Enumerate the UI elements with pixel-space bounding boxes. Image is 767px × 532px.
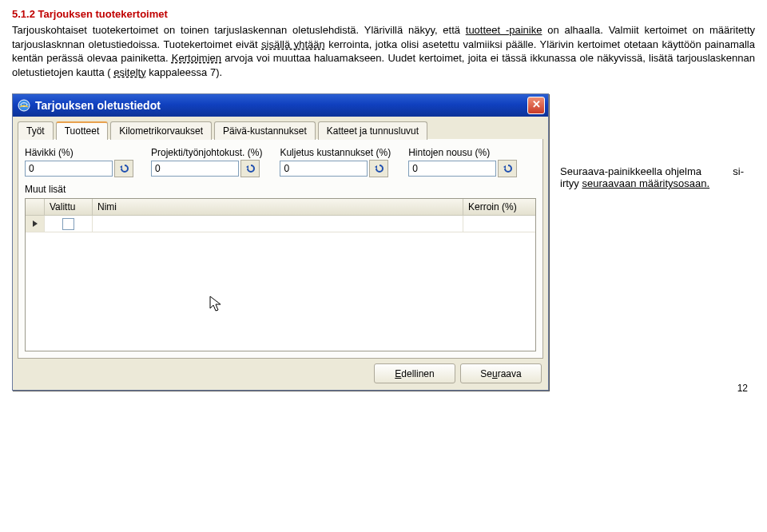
- extras-grid[interactable]: Valittu Nimi Kerroin (%): [25, 198, 536, 351]
- kuljetus-label: Kuljetus kustannukset (%): [280, 147, 391, 158]
- kuljetus-input[interactable]: [280, 161, 368, 177]
- sidenote-link: seuraavaan määritysosaan.: [582, 177, 709, 189]
- para-text: Tarjouskohtaiset tuotekertoimet on toine…: [12, 24, 466, 36]
- btn-pre: Se: [480, 368, 492, 379]
- cell-nimi[interactable]: [93, 216, 463, 232]
- undo-icon: [244, 163, 256, 174]
- havikki-reset-button[interactable]: [114, 160, 133, 177]
- grid-header: Valittu Nimi Kerroin (%): [26, 199, 535, 216]
- btn-post: dellinen: [401, 368, 434, 379]
- tab-katteet[interactable]: Katteet ja tunnusluvut: [318, 121, 427, 140]
- close-icon: ✕: [532, 98, 541, 110]
- hintojen-input[interactable]: [408, 161, 496, 177]
- muut-lisat-label: Muut lisät: [25, 184, 536, 195]
- grid-body[interactable]: [26, 216, 535, 351]
- projekti-label: Projekti/työnjohtokust. (%): [151, 147, 262, 158]
- tab-tuotteet[interactable]: Tuotteet: [56, 121, 109, 140]
- tab-tyot[interactable]: Työt: [18, 121, 54, 140]
- tab-panel: Hävikki (%) Projekti/työnjohtokust. (%): [18, 139, 543, 359]
- tab-label: Katteet ja tunnusluvut: [327, 125, 419, 137]
- hintojen-label: Hintojen nousu (%): [408, 147, 517, 158]
- btn-mnemonic: E: [395, 368, 401, 379]
- para-dash: esitelty: [113, 66, 145, 78]
- projekti-reset-button[interactable]: [240, 160, 260, 177]
- close-button[interactable]: ✕: [527, 97, 545, 114]
- para-text: kappaleessa 7).: [149, 66, 222, 78]
- para-dash: sisällä yhtään: [261, 38, 325, 50]
- col-nimi[interactable]: Nimi: [93, 199, 463, 215]
- table-row[interactable]: [26, 216, 535, 232]
- undo-icon: [373, 163, 384, 174]
- body-paragraph: Tarjouskohtaiset tuotekertoimet on toine…: [12, 23, 755, 79]
- previous-button[interactable]: Edellinen: [374, 363, 455, 383]
- title-bar[interactable]: Tarjouksen oletustiedot ✕: [13, 94, 548, 117]
- tab-label: Työt: [26, 125, 45, 137]
- next-button[interactable]: Seuraava: [460, 363, 542, 383]
- dialog-buttons: Edellinen Seuraava: [13, 359, 548, 390]
- para-link: tuotteet -painike: [466, 24, 542, 36]
- page-number: 12: [737, 383, 748, 394]
- undo-icon: [502, 163, 513, 174]
- dialog-window: Tarjouksen oletustiedot ✕ Työt Tuotteet …: [12, 93, 549, 391]
- checkbox[interactable]: [62, 218, 74, 230]
- col-kerroin[interactable]: Kerroin (%): [463, 199, 535, 215]
- sidenote-text: Seuraava-painikkeella ohjelma: [560, 165, 701, 177]
- tabs: Työt Tuotteet Kilometrikorvaukset Päivä-…: [13, 117, 548, 139]
- cell-kerroin[interactable]: [463, 216, 535, 232]
- sidenote-text: irtyy: [560, 177, 582, 189]
- row-marker: [26, 216, 45, 232]
- btn-post: raava: [498, 368, 522, 379]
- sidenote-text: si-: [733, 165, 744, 177]
- cell-valittu[interactable]: [45, 216, 93, 232]
- kuljetus-reset-button[interactable]: [369, 160, 388, 177]
- cursor-icon: [209, 296, 224, 313]
- grid-corner: [26, 199, 45, 215]
- side-note: Seuraava-painikkeella ohjelma si- irtyy …: [560, 165, 744, 189]
- tab-label: Tuotteet: [65, 125, 100, 137]
- undo-icon: [118, 163, 129, 174]
- tab-label: Päivä-kustannukset: [223, 125, 307, 137]
- app-icon: [18, 99, 30, 112]
- tab-label: Kilometrikorvaukset: [119, 125, 203, 137]
- tab-paiva[interactable]: Päivä-kustannukset: [214, 121, 316, 140]
- window-title: Tarjouksen oletustiedot: [35, 99, 161, 112]
- hintojen-reset-button[interactable]: [498, 160, 517, 177]
- havikki-label: Hävikki (%): [25, 147, 133, 158]
- btn-mnemonic: u: [492, 368, 498, 379]
- projekti-input[interactable]: [151, 161, 239, 177]
- tab-kilometri[interactable]: Kilometrikorvaukset: [110, 121, 212, 140]
- col-valittu[interactable]: Valittu: [45, 199, 93, 215]
- section-heading: 5.1.2 Tarjouksen tuotekertoimet: [12, 8, 755, 20]
- havikki-input[interactable]: [25, 161, 113, 177]
- para-dash: Kertoimien: [172, 52, 221, 64]
- current-row-icon: [32, 220, 38, 228]
